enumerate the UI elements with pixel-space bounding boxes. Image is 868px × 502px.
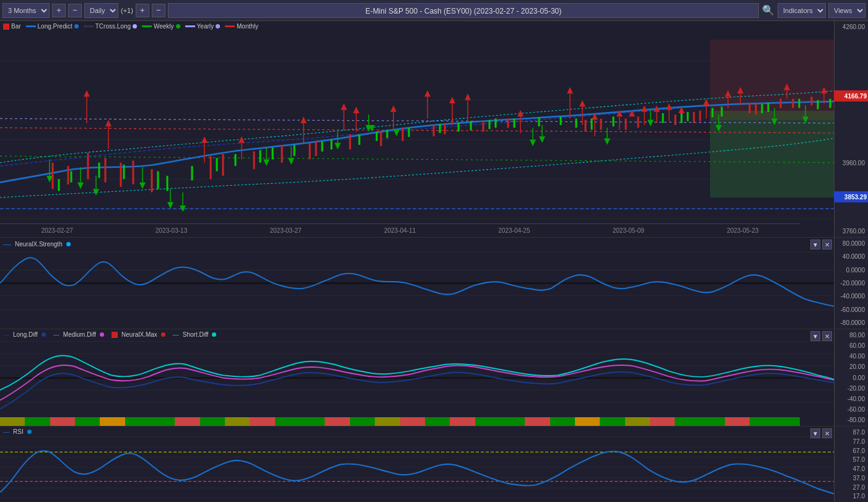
neural-strength-svg: [0, 238, 834, 329]
svg-marker-74: [647, 120, 654, 127]
svg-marker-73: [604, 138, 610, 145]
svg-marker-69: [393, 130, 400, 137]
svg-marker-30: [703, 99, 709, 106]
svg-marker-28: [666, 103, 672, 110]
legend-weekly: Weekly: [142, 23, 180, 30]
legend-monthly: Monthly: [225, 23, 258, 30]
svg-marker-15: [353, 106, 359, 113]
period-select[interactable]: 3 Months: [2, 3, 50, 18]
main-y-axis: 4260.00 4060.00 3960.00 3760.00: [834, 21, 868, 237]
main-x-axis: 2023-02-27 2023-03-13 2023-03-27 2023-04…: [0, 223, 800, 237]
right-toolbar: Indicators Views: [778, 3, 866, 18]
yearly-icon: [185, 25, 195, 27]
rsi-title: RSI: [13, 428, 24, 435]
svg-marker-22: [579, 100, 585, 107]
rsi-y-axis: 87.0 77.0 67.0 57.0 47.0 37.0 27.0 17.0 …: [834, 426, 868, 502]
svg-marker-65: [263, 159, 270, 166]
svg-line-8: [0, 156, 834, 163]
bar-icon: [3, 24, 9, 30]
tcross-icon: [84, 25, 94, 27]
svg-marker-32: [737, 87, 743, 93]
svg-marker-66: [288, 158, 294, 165]
svg-marker-34: [821, 87, 827, 93]
neural-strength-dot: [66, 242, 71, 246]
svg-marker-14: [341, 103, 347, 110]
legend-yearly: Yearly: [185, 23, 220, 30]
weekly-dot: [176, 24, 180, 28]
chart-title: E-Mini S&P 500 - Cash (ESY00) (2023-02-2…: [168, 3, 759, 18]
adj-sub-button[interactable]: −: [152, 4, 165, 17]
rsi-chart-panel: — RSI ▼ ✕: [0, 426, 868, 502]
toolbar: 3 Months + − Daily (+1) + − E-Mini S&P 5…: [0, 0, 868, 21]
diff-chart-dropdown[interactable]: ▼: [810, 331, 820, 341]
svg-marker-63: [167, 202, 173, 209]
adj-add-button[interactable]: +: [136, 4, 149, 17]
diff-chart-controls: ▼ ✕: [810, 331, 832, 341]
svg-marker-13: [300, 116, 307, 123]
diff-chart-svg: [0, 329, 834, 426]
svg-marker-10: [105, 120, 112, 127]
monthly-icon: [225, 25, 235, 27]
neural-strength-panel: — NeuralX.Strength ▼ ✕ 80.0000: [0, 238, 868, 329]
period-add-button[interactable]: +: [52, 4, 66, 17]
main-chart-svg: [0, 21, 834, 237]
svg-marker-9: [84, 90, 90, 97]
main-chart-panel: Bar Long.Predict TCross.Long Weekly Year…: [0, 21, 868, 238]
views-select[interactable]: Views: [828, 3, 866, 18]
diff-y-axis: 80.00 60.00 40.00 20.00 0.00 -20.00 -40.…: [834, 329, 868, 426]
svg-marker-60: [77, 183, 84, 189]
current-price-label: 4166.79: [834, 90, 868, 102]
svg-marker-71: [530, 140, 536, 147]
long-predict-dot: [74, 24, 79, 28]
period-sub-button[interactable]: −: [68, 4, 82, 17]
svg-marker-26: [641, 105, 647, 112]
svg-marker-16: [390, 105, 397, 112]
legend-long-predict: Long.Predict: [26, 23, 79, 30]
rsi-close[interactable]: ✕: [822, 428, 832, 438]
neural-strength-controls: ▼ ✕: [810, 240, 832, 249]
neural-strength-header: — NeuralX.Strength: [3, 240, 71, 249]
rsi-dropdown[interactable]: ▼: [810, 428, 820, 438]
svg-marker-67: [335, 143, 341, 150]
rsi-header: — RSI: [3, 428, 32, 435]
main-chart-legend: Bar Long.Predict TCross.Long Weekly Year…: [3, 23, 258, 30]
neural-strength-y-axis: 80.0000 40.0000 0.0000 -20.0000 -40.0000…: [834, 238, 868, 329]
indicators-select[interactable]: Indicators: [778, 3, 826, 18]
svg-marker-77: [802, 116, 809, 123]
svg-marker-21: [567, 87, 573, 93]
rsi-controls: ▼ ✕: [810, 428, 832, 438]
legend-tcross-long: TCross.Long: [84, 23, 137, 30]
weekly-icon: [142, 25, 152, 27]
tcross-dot: [133, 24, 137, 28]
neural-strength-dropdown[interactable]: ▼: [810, 240, 820, 249]
adj-label: (+1): [121, 7, 133, 14]
diff-chart-body[interactable]: [0, 329, 834, 426]
support-price-label: 3853.29: [834, 191, 868, 202]
svg-marker-62: [139, 183, 146, 189]
svg-marker-17: [424, 90, 431, 97]
rsi-chart-body[interactable]: [0, 426, 834, 502]
long-predict-icon: [26, 25, 36, 27]
neural-strength-body[interactable]: [0, 238, 834, 329]
main-chart-body[interactable]: 2023-02-27 2023-03-13 2023-03-27 2023-04…: [0, 21, 834, 237]
svg-line-6: [0, 128, 834, 133]
svg-line-5: [0, 118, 834, 123]
svg-marker-31: [725, 90, 731, 97]
svg-marker-75: [716, 125, 722, 132]
legend-bar: Bar: [3, 23, 21, 30]
signal-color-strip: [0, 417, 800, 426]
neural-strength-close[interactable]: ✕: [822, 240, 832, 249]
diff-chart-close[interactable]: ✕: [822, 331, 832, 341]
svg-marker-76: [771, 118, 778, 125]
search-icon[interactable]: 🔍: [761, 4, 775, 17]
diff-chart-panel: — Long.Diff — Medium.Diff NeuralX.Max — …: [0, 329, 868, 426]
neural-strength-title: NeuralX.Strength: [15, 241, 63, 248]
rsi-chart-svg: [0, 426, 834, 502]
svg-marker-19: [465, 93, 471, 100]
yearly-dot: [216, 24, 220, 28]
diff-chart-legend: — Long.Diff — Medium.Diff NeuralX.Max — …: [3, 331, 216, 338]
charts-container: Bar Long.Predict TCross.Long Weekly Year…: [0, 21, 868, 502]
sell-signals: [84, 84, 827, 143]
interval-select[interactable]: Daily: [84, 3, 118, 18]
svg-marker-33: [784, 84, 790, 90]
